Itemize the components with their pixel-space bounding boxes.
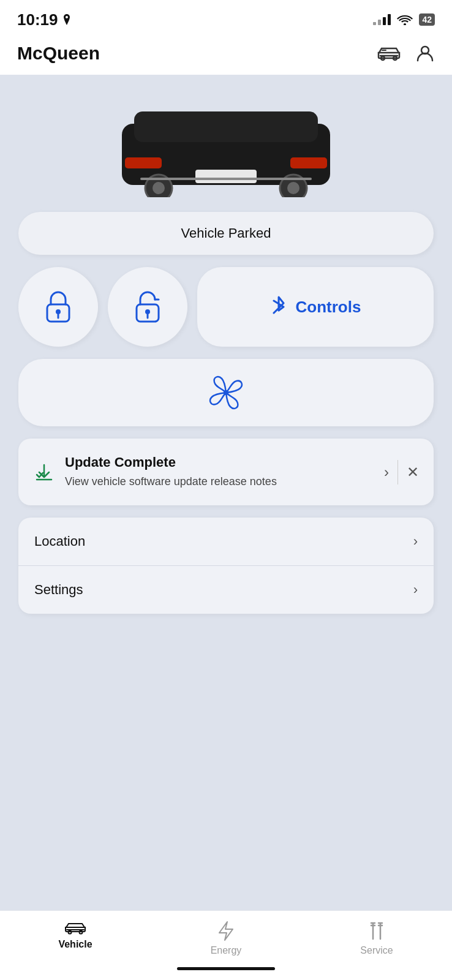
status-bar: 10:19 42	[0, 0, 452, 37]
svg-rect-13	[140, 178, 312, 180]
svg-point-12	[287, 182, 299, 194]
update-close-button[interactable]: ✕	[407, 464, 419, 481]
tab-vehicle[interactable]: Vehicle	[0, 921, 151, 950]
battery-icon: 42	[419, 13, 435, 26]
tab-energy[interactable]: Energy	[151, 921, 301, 956]
vehicle-tab-label: Vehicle	[58, 939, 92, 950]
update-actions: › ✕	[384, 460, 419, 484]
service-tab-icon	[368, 921, 385, 941]
vehicle-tab-icon	[65, 921, 86, 935]
svg-point-10	[153, 182, 165, 194]
action-row: Controls	[18, 267, 434, 347]
settings-chevron-icon: ›	[413, 582, 418, 598]
status-time: 10:19	[17, 10, 72, 29]
car-image	[0, 75, 452, 197]
vehicle-parked-button[interactable]: Vehicle Parked	[18, 212, 434, 255]
location-chevron-icon: ›	[413, 533, 418, 549]
profile-icon[interactable]	[415, 43, 435, 63]
controls-label: Controls	[296, 298, 361, 317]
svg-rect-6	[125, 157, 162, 168]
energy-tab-icon	[218, 921, 234, 941]
location-icon	[62, 14, 72, 25]
svg-rect-5	[134, 111, 318, 142]
update-title: Update Complete	[65, 454, 374, 470]
wifi-icon	[397, 14, 413, 25]
page-title: McQueen	[17, 43, 100, 64]
unlock-button[interactable]	[108, 267, 187, 347]
car-rear-svg	[104, 99, 348, 197]
svg-point-0	[404, 23, 406, 25]
car-icon[interactable]	[377, 45, 401, 62]
header: McQueen	[0, 37, 452, 75]
svg-rect-7	[290, 157, 327, 168]
service-tab-label: Service	[360, 945, 393, 956]
location-list-item[interactable]: Location ›	[18, 518, 434, 565]
main-content: Vehicle Parked	[0, 197, 452, 910]
fan-button[interactable]	[18, 359, 434, 426]
update-icon	[33, 461, 55, 483]
update-card: Update Complete View vehicle software up…	[18, 439, 434, 505]
location-label: Location	[34, 533, 85, 549]
controls-button[interactable]: Controls	[197, 267, 434, 347]
tab-bar: Vehicle Energy Service	[0, 910, 452, 962]
tab-service[interactable]: Service	[301, 921, 452, 956]
fan-icon	[205, 371, 247, 414]
update-description: View vehicle software update release not…	[65, 474, 374, 489]
status-icons: 42	[373, 13, 435, 26]
update-divider	[397, 460, 398, 484]
energy-tab-label: Energy	[211, 945, 242, 956]
list-card: Location › Settings ›	[18, 518, 434, 614]
signal-icon	[373, 14, 391, 25]
settings-list-item[interactable]: Settings ›	[18, 565, 434, 614]
lock-button[interactable]	[18, 267, 98, 347]
home-bar	[177, 967, 275, 970]
home-indicator	[0, 962, 452, 980]
svg-rect-8	[195, 170, 257, 183]
header-actions	[377, 43, 435, 63]
svg-point-20	[224, 390, 228, 395]
update-arrow-button[interactable]: ›	[384, 464, 389, 481]
update-text: Update Complete View vehicle software up…	[65, 454, 374, 489]
settings-label: Settings	[34, 582, 83, 598]
bluetooth-icon	[270, 295, 287, 319]
